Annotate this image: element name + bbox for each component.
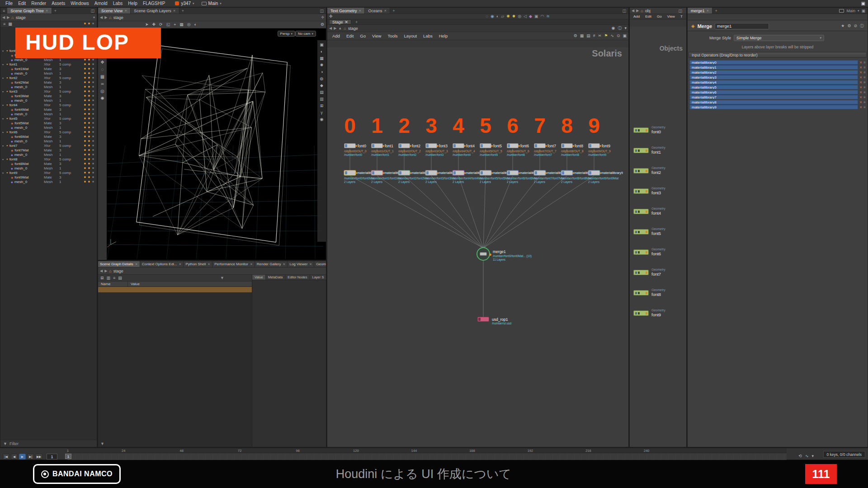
expand-arrow-icon[interactable]: ▾ <box>2 117 5 120</box>
remove-input-icon[interactable]: ✕ <box>859 80 863 84</box>
pane-menu-icon[interactable]: ≡ <box>0 8 7 14</box>
rotate-icon[interactable]: ⟳ <box>159 23 163 27</box>
desktop-select[interactable]: Main ▾ <box>202 1 222 6</box>
light-tool-icon[interactable]: ✺ <box>100 96 104 101</box>
state-dot[interactable] <box>92 68 94 70</box>
input-menu-icon[interactable]: ≡ <box>863 100 866 104</box>
geometry-node-tile[interactable] <box>633 148 649 153</box>
wireframe-icon[interactable]: ▦ <box>320 56 324 61</box>
network-menu-go[interactable]: Go <box>357 33 369 38</box>
input-operator-row[interactable]: materiallibrary7✕≡ <box>689 95 866 99</box>
obj-node-font2[interactable]: Geometryfont2 <box>630 166 686 176</box>
vis-dot[interactable] <box>84 149 86 151</box>
side-tab-metadata[interactable]: MetaData <box>266 275 286 280</box>
tree-row[interactable]: ▾●font6Xfor5 comp <box>0 130 97 134</box>
vis-dot[interactable] <box>84 176 86 178</box>
input-operator-chip[interactable]: materiallibrary8 <box>689 100 858 104</box>
funnel-icon[interactable]: ▼ <box>220 276 224 280</box>
menu-render[interactable]: Render <box>28 1 49 6</box>
tab-render-gallery[interactable]: Render Gallery✕ <box>255 261 288 267</box>
obj-node-font4[interactable]: Geometryfont4 <box>630 207 686 217</box>
state-dot[interactable] <box>92 176 94 178</box>
selected-row[interactable] <box>98 287 252 292</box>
forward-icon[interactable]: ▶ <box>7 15 9 19</box>
input-operator-row[interactable]: materiallibrary9✕≡ <box>689 105 866 109</box>
vis-dot[interactable] <box>84 154 86 155</box>
remove-input-icon[interactable]: ✕ <box>859 90 863 94</box>
add-tab-icon[interactable]: + <box>179 8 186 14</box>
forward-icon[interactable]: ▶ <box>104 269 107 273</box>
close-tab-icon[interactable]: ✕ <box>46 9 48 13</box>
pin-icon[interactable]: ✜ <box>329 14 333 19</box>
vis-dot[interactable] <box>84 117 86 119</box>
input-operator-chip[interactable]: materiallibrary5 <box>689 85 858 89</box>
remove-input-icon[interactable]: ✕ <box>859 95 863 99</box>
state-dot[interactable] <box>92 122 94 124</box>
speaker-icon[interactable]: ◁ <box>524 14 527 19</box>
tree-row[interactable]: ◉font1MatMate3 <box>0 66 97 71</box>
menu-edit[interactable]: Edit <box>15 1 28 6</box>
state-dot[interactable] <box>92 113 94 115</box>
active-dot[interactable] <box>88 127 90 128</box>
vis-dot[interactable] <box>84 145 86 146</box>
state-dot[interactable] <box>92 63 94 65</box>
state-dot[interactable] <box>92 117 94 119</box>
state-dot[interactable] <box>92 167 94 169</box>
pivot-icon[interactable]: ⌖ <box>174 23 176 27</box>
add-context-tab-icon[interactable]: + <box>353 20 360 24</box>
vis-dot[interactable] <box>84 122 86 124</box>
tree-row[interactable]: ◉font5MatMate3 <box>0 121 97 125</box>
active-dot[interactable] <box>88 99 90 101</box>
lop-node-font6[interactable] <box>507 143 519 148</box>
expand-arrow-icon[interactable]: ▾ <box>2 63 5 66</box>
vis-dot[interactable] <box>84 90 86 92</box>
tab-scene-view[interactable]: Scene View✕ <box>98 8 131 14</box>
tree-row[interactable]: ▾●font8Xfor5 comp <box>0 157 97 161</box>
context-tab-stage[interactable]: Stage ✕ <box>329 19 351 24</box>
input-operator-chip[interactable]: materiallibrary4 <box>689 80 858 84</box>
lop-node-font4[interactable] <box>453 143 464 148</box>
camera-persp-button[interactable]: Persp ▾ <box>278 31 295 37</box>
network-menu-tools[interactable]: Tools <box>384 33 401 38</box>
shadows-icon[interactable]: ◑ <box>321 70 323 74</box>
lop-node-materiallibrary1[interactable] <box>371 170 383 175</box>
camera-tool-icon[interactable]: ◎ <box>100 89 104 94</box>
input-operator-row[interactable]: materiallibrary6✕≡ <box>689 90 866 94</box>
tree-row[interactable]: ▾●font4Xfor5 comp <box>0 103 97 107</box>
tab-scene-graph-details[interactable]: Scene Graph Details✕ <box>98 261 140 267</box>
expand-arrow-icon[interactable]: ▾ <box>2 90 5 93</box>
snap-icon[interactable]: ▦ <box>179 23 184 27</box>
list-icon[interactable]: ▤ <box>586 34 590 38</box>
tab-log-viewer[interactable]: Log Viewer✕ <box>288 261 314 267</box>
up-icon[interactable]: ▲ <box>338 26 342 30</box>
geometry-node-tile[interactable] <box>633 290 649 296</box>
input-operator-row[interactable]: materiallibrary8✕≡ <box>689 100 866 104</box>
active-dot[interactable] <box>88 172 90 174</box>
vis-dot[interactable] <box>84 167 86 169</box>
state-dot[interactable] <box>92 86 94 88</box>
obj-node-font6[interactable]: Geometryfont6 <box>630 248 686 258</box>
vis-dot[interactable] <box>84 181 86 183</box>
lop-node-font1[interactable] <box>371 143 383 148</box>
tree-row[interactable]: ◉font8MatMate3 <box>0 161 97 166</box>
column-name[interactable]: Name <box>98 282 128 286</box>
flag-icon[interactable]: ⚑ <box>604 34 608 38</box>
home-icon[interactable]: ⌂ <box>344 26 346 31</box>
translate-icon[interactable]: ✚ <box>152 23 156 27</box>
active-dot[interactable] <box>88 136 90 137</box>
geometry-node-tile[interactable] <box>633 168 649 174</box>
menu-help[interactable]: Help <box>125 1 140 6</box>
state-dot[interactable] <box>92 104 94 106</box>
tab-scene-graph-tree[interactable]: Scene Graph Tree ✕ <box>7 8 52 14</box>
grid-display-icon[interactable]: ⊞ <box>320 104 324 108</box>
add-tab-icon[interactable]: + <box>52 8 59 14</box>
input-operator-chip[interactable]: materiallibrary1 <box>689 65 858 70</box>
select-mode-icon[interactable]: ➤ <box>145 23 149 27</box>
objects-menu-add[interactable]: Add <box>632 14 642 19</box>
remove-input-icon[interactable]: ✕ <box>859 105 863 109</box>
lop-node-materiallibrary9[interactable] <box>588 170 600 175</box>
shade-mode-icon[interactable]: ◐ <box>194 23 197 27</box>
tree-options-icon[interactable]: ≡ <box>3 22 5 26</box>
vis-dot[interactable] <box>84 77 86 79</box>
expand-arrow-icon[interactable]: ▾ <box>2 158 5 161</box>
